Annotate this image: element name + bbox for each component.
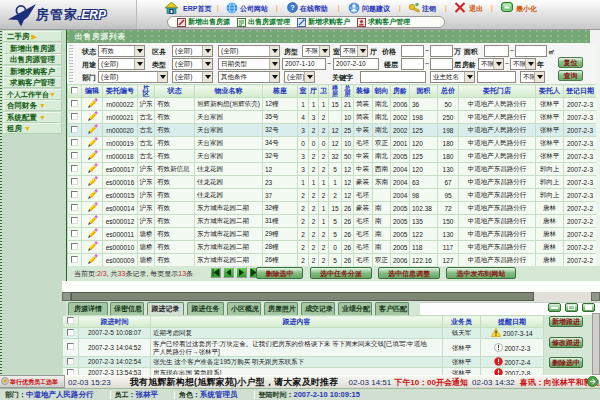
svg-text:?: ?	[290, 3, 295, 12]
